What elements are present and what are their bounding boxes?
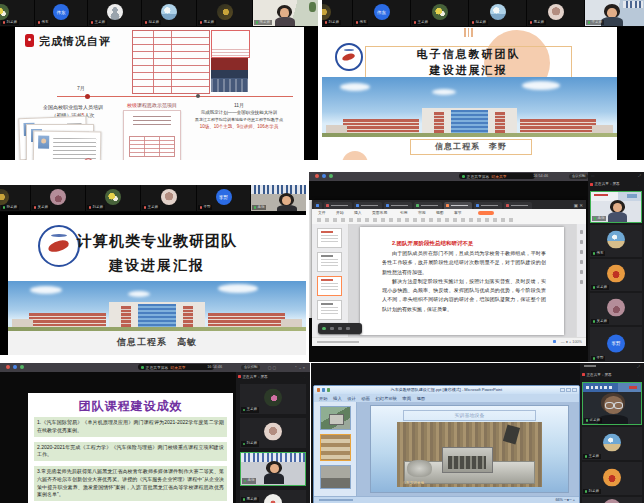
collapse-icon[interactable]: ︿ [638, 182, 642, 187]
document-tab[interactable] [474, 202, 502, 210]
video-tile[interactable]: 张老师 [590, 259, 642, 291]
app-icon[interactable] [322, 174, 326, 178]
zoom-control[interactable]: 66% ─●─ + [555, 498, 575, 502]
meeting-screenshot-grid: 刘老师 伟东 伟东 王老师 赵老师 周老师 [0, 0, 644, 503]
page-thumb[interactable] [317, 300, 342, 320]
menu-item[interactable]: 文件 [318, 210, 326, 215]
ribbon-tab[interactable]: 开始 [319, 396, 328, 401]
video-tile[interactable]: 刘老师 [240, 418, 306, 448]
participant-tile[interactable]: 刘老师 [0, 0, 34, 26]
video-tile[interactable]: 李野 李野 [590, 327, 642, 362]
toolbar-icons[interactable] [317, 218, 516, 223]
participant-tile[interactable]: 刘老师 [322, 0, 352, 26]
redo-icon[interactable] [327, 388, 330, 391]
sharing-indicator-icon [462, 175, 465, 178]
participant-tile[interactable]: 周老师 [527, 0, 584, 26]
sharing-pill[interactable]: 正在共享屏幕 结束共享 [459, 173, 535, 179]
participant-name: 李野 [198, 205, 212, 210]
menu-item[interactable]: 插入 [354, 210, 362, 215]
document-tab[interactable] [324, 202, 352, 210]
video-tile[interactable]: 刘老师 [582, 462, 642, 495]
document-tab[interactable] [414, 202, 442, 210]
participant-video-tile[interactable]: 高敏 [251, 185, 306, 211]
app-icon[interactable] [20, 365, 24, 369]
video-tile-speaking[interactable]: 高敏 [240, 452, 306, 486]
meeting-control-chip[interactable]: 会议控制 [569, 174, 588, 179]
ppt-body: 实训基地设备 汽车实训基地 [314, 402, 579, 497]
video-tile[interactable]: 王老师 [582, 427, 642, 460]
meeting-float-bubble[interactable] [318, 323, 362, 334]
window-buttons[interactable] [560, 388, 577, 392]
zoom-control[interactable]: — ● + 100% [561, 340, 582, 344]
slide-thumb-selected[interactable] [320, 434, 351, 461]
document-tab-active[interactable] [444, 202, 472, 210]
participant-tile[interactable]: 刘老师 [86, 185, 140, 211]
video-tile-speaking[interactable]: 高敏 [590, 191, 642, 223]
collapse-icon[interactable]: ︿ [304, 374, 308, 379]
achievement-item: 1.《汽车国际贸易》《单片机原理及应用》两门课程评为2021-2022学年度第二… [34, 417, 227, 437]
participant-tile[interactable]: 赵老师 [469, 0, 526, 26]
participant-tile[interactable]: 吴老师 [31, 185, 85, 211]
menu-extra-icons[interactable]: ⌃ ⌄ ≡ [294, 365, 305, 370]
menu-item[interactable]: 引用 [400, 210, 408, 215]
undo-icon[interactable] [322, 388, 325, 391]
document-tab[interactable] [384, 202, 412, 210]
slide-thumb[interactable] [320, 465, 351, 489]
app-icon[interactable] [329, 174, 333, 178]
video-tile[interactable]: 王老师 [240, 384, 306, 414]
save-icon[interactable] [317, 388, 320, 391]
clock: 16:54:46 [533, 174, 548, 178]
page-thumb[interactable] [317, 252, 342, 272]
mic-on-icon [254, 206, 257, 209]
ribbon-tab[interactable]: 设计 [347, 396, 356, 401]
mic-on-icon [593, 320, 596, 323]
participant-tile[interactable]: 李野 李野 [197, 185, 250, 211]
sharing-pill[interactable]: 正在共享屏幕 结束共享 [138, 364, 214, 370]
participant-tile[interactable]: 王老师 [88, 0, 141, 26]
home-tab[interactable] [314, 202, 322, 210]
video-tile[interactable] [582, 497, 642, 503]
participant-tile[interactable]: 周老师 [197, 0, 252, 26]
participant-tile[interactable]: 伟东 伟东 [35, 0, 87, 26]
page-thumb-selected[interactable] [317, 276, 342, 296]
page-thumb[interactable] [317, 228, 342, 248]
expand-icon[interactable]: ⤢ [638, 174, 641, 178]
menu-item[interactable]: 视图 [436, 210, 444, 215]
menu-item[interactable]: 页面布局 [372, 210, 387, 215]
video-tile[interactable]: 吴老师 [590, 293, 642, 325]
video-tile-speaking[interactable]: 张老师 [582, 382, 642, 425]
participant-tile[interactable]: 王老师 [411, 0, 468, 26]
window-icons[interactable]: ▢ ▢ [268, 365, 276, 370]
app-icon[interactable] [13, 365, 17, 369]
menu-item[interactable]: 审阅 [418, 210, 426, 215]
ribbon-tab[interactable]: 幻灯片放映 [375, 396, 396, 401]
participant-tile[interactable]: 孙老师 [0, 185, 30, 211]
meeting-control-chip[interactable]: 会议控制 [241, 365, 260, 370]
window-close-icon[interactable] [315, 174, 319, 178]
participant-tile[interactable]: 赵老师 [142, 0, 196, 26]
participant-video-tile[interactable]: 陈老师 [253, 0, 318, 26]
menu-item[interactable]: 开始 [336, 210, 344, 215]
window-close-icon[interactable] [6, 365, 10, 369]
window-buttons[interactable]: ▣ ✕ [574, 203, 583, 208]
ribbon-tab[interactable]: 动画 [361, 396, 370, 401]
view-icon[interactable] [553, 340, 556, 343]
participant-tile[interactable]: 伟东 伟东 [353, 0, 410, 26]
ribbon-tab[interactable]: 插入 [333, 396, 342, 401]
mic-muted-icon [414, 21, 417, 24]
collapse-icon[interactable]: ︿ [638, 372, 642, 377]
menu-item[interactable]: 章节 [454, 210, 462, 215]
expand-icon[interactable]: ⤢ [637, 365, 640, 369]
side-toolbar[interactable] [576, 224, 586, 338]
document-tab[interactable] [354, 202, 382, 210]
slide-thumb[interactable] [320, 406, 351, 430]
ribbon-tab[interactable]: 视图 [416, 396, 425, 401]
document-tab[interactable] [504, 202, 532, 210]
participant-tile[interactable]: 王老师 [141, 185, 196, 211]
video-tile[interactable]: 伟东 [590, 225, 642, 257]
participant-video-tile[interactable]: 李老师 [585, 0, 644, 26]
video-tile[interactable]: 周老师 [240, 490, 306, 503]
ribbon-tab[interactable]: 审阅 [402, 396, 411, 401]
highlight-button[interactable] [478, 211, 494, 215]
quick-access-toolbar[interactable] [317, 388, 330, 391]
